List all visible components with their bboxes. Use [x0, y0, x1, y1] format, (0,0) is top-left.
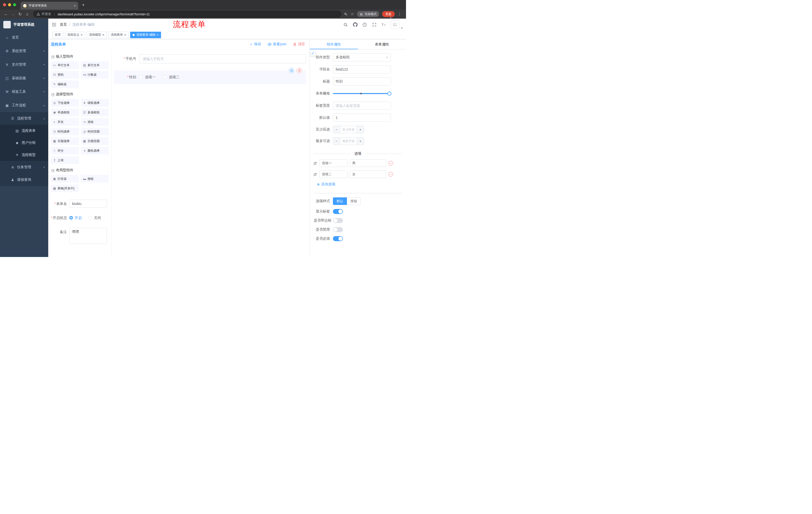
sidebar-item-task-management[interactable]: ⋔ 任务管理 ▾ — [0, 161, 48, 173]
sidebar-item-payment[interactable]: ¥ 支付管理 ▾ — [0, 58, 48, 72]
collapse-sidebar-icon[interactable] — [52, 23, 56, 26]
forward-icon[interactable]: → — [9, 10, 17, 18]
slider-handle[interactable] — [387, 91, 392, 96]
form-grid-slider[interactable] — [333, 89, 391, 98]
component-item[interactable]: ☑多选框组 — [81, 109, 109, 116]
component-item[interactable]: ⊡密码 — [51, 71, 79, 78]
form-remark-textarea[interactable]: 嘿嘿 — [69, 228, 107, 244]
stepper-placeholder[interactable]: 至少应选 — [340, 126, 357, 133]
key-icon[interactable] — [344, 12, 348, 16]
option-name-input[interactable] — [319, 170, 347, 178]
status-radio-on[interactable]: 开启 — [69, 214, 82, 222]
tab-component-props[interactable]: 组件属性 — [310, 39, 358, 49]
component-item[interactable]: ▦表格[开发中] — [51, 185, 79, 192]
minimize-window-button[interactable] — [8, 3, 11, 6]
bookmark-star-icon[interactable]: ☆ — [351, 12, 354, 16]
component-item[interactable]: ☆评分 — [51, 147, 79, 154]
component-item[interactable]: ◕颜色选择 — [81, 147, 109, 154]
component-item[interactable]: ▭单行文本 — [51, 61, 79, 69]
security-label[interactable]: 不安全 — [41, 12, 51, 16]
tag-process-form-edit[interactable]: 流程表单-编辑 × — [130, 32, 161, 38]
component-item[interactable]: ⋔级联选择 — [81, 99, 109, 107]
search-icon[interactable] — [343, 22, 348, 27]
style-default-button[interactable]: 默认 — [333, 197, 347, 205]
link-icon[interactable] — [310, 51, 315, 56]
canvas-field-phone[interactable]: *手机号 — [114, 54, 306, 63]
sidebar-item-leave-query[interactable]: ♟ 请假查询 — [0, 173, 48, 186]
close-window-button[interactable] — [3, 3, 6, 6]
plus-button[interactable]: + — [357, 126, 364, 133]
save-button[interactable]: ✓ 保存 — [250, 42, 261, 47]
tag-process-definition[interactable]: 流程定义 × — [65, 32, 85, 38]
url-bar[interactable]: 不安全 | dashboard.yudao.iocoder.cn/bpm/man… — [33, 10, 342, 18]
sidebar-logo[interactable]: 芋道管理系统 — [0, 19, 48, 31]
sidebar-item-system[interactable]: ⚙ 系统管理 ▾ — [0, 44, 48, 58]
avatar-caret-icon[interactable]: ▾ — [401, 27, 403, 29]
tag-home[interactable]: 首页 — [52, 32, 63, 38]
breadcrumb-home[interactable]: 首页 — [60, 22, 67, 27]
checkbox-option-2[interactable]: 选项二 — [163, 75, 179, 79]
default-value-input[interactable] — [333, 114, 391, 122]
remove-option-button[interactable]: − — [388, 172, 393, 177]
chevron-down-icon[interactable]: ▾ — [390, 16, 392, 19]
drag-handle-icon[interactable] — [313, 172, 317, 176]
close-icon[interactable]: × — [124, 33, 126, 36]
canvas-field-gender-selected[interactable]: *性别 选项一 选项二 — [114, 71, 306, 84]
avatar[interactable] — [391, 20, 399, 29]
browser-tab[interactable]: 芋道管理系统 × — [21, 2, 78, 9]
close-icon[interactable]: × — [81, 33, 83, 36]
close-icon[interactable]: × — [103, 33, 105, 36]
status-radio-off[interactable]: 关闭 — [89, 214, 101, 222]
delete-field-button[interactable] — [296, 67, 302, 73]
github-icon[interactable] — [352, 22, 358, 27]
sidebar-item-process-management[interactable]: ☰ 流程管理 ▴ — [0, 112, 48, 125]
title-input[interactable] — [333, 77, 391, 85]
new-tab-button[interactable]: + — [82, 2, 85, 7]
sidebar-item-process-model[interactable]: ✈ 流程模型 — [0, 149, 48, 161]
back-icon[interactable]: ← — [2, 10, 9, 18]
tag-process-model[interactable]: 流程模型 × — [87, 32, 107, 38]
show-label-toggle[interactable] — [333, 209, 343, 214]
browser-menu-icon[interactable]: ⋮ — [398, 12, 402, 16]
style-button-button[interactable]: 按钮 — [347, 197, 361, 205]
tag-process-form[interactable]: 流程表单 × — [108, 32, 128, 38]
zoom-window-button[interactable] — [13, 3, 16, 6]
close-icon[interactable]: × — [157, 33, 159, 36]
component-item[interactable]: ⊸滑块 — [81, 118, 109, 126]
option-value-input[interactable] — [350, 159, 386, 167]
component-item[interactable]: ▬按钮 — [81, 175, 109, 183]
minus-button[interactable]: − — [333, 126, 340, 133]
sidebar-item-home[interactable]: ⌂ 首页 — [0, 31, 48, 44]
field-name-input[interactable] — [333, 65, 391, 74]
view-json-button[interactable]: 查看json — [267, 42, 286, 47]
sidebar-item-devtools[interactable]: ⚒ 研发工具 ▾ — [0, 85, 48, 99]
sidebar-item-workflow[interactable]: ▣ 工作流程 ▴ — [0, 99, 48, 112]
component-item[interactable]: ◷时间选择 — [51, 128, 79, 135]
reload-icon[interactable]: ↻ — [17, 10, 24, 18]
font-size-icon[interactable]: TT — [381, 22, 387, 27]
component-item[interactable]: ↥上传 — [51, 156, 79, 164]
sidebar-item-process-form[interactable]: ▤ 流程表单 — [0, 125, 48, 137]
component-type-select[interactable]: 多选框组 ▼ — [333, 53, 391, 61]
border-toggle[interactable] — [333, 218, 343, 223]
stepper-placeholder[interactable]: 最多可选 — [340, 138, 357, 144]
copy-field-button[interactable] — [289, 67, 294, 73]
label-width-input[interactable] — [333, 102, 391, 110]
tab-form-props[interactable]: 表单属性 — [358, 39, 406, 49]
plus-button[interactable]: + — [357, 138, 364, 144]
phone-input[interactable] — [139, 54, 306, 63]
component-item[interactable]: ▣行容器 — [51, 175, 79, 183]
home-icon[interactable]: ⌂ — [24, 10, 31, 18]
add-option-button[interactable]: ⊕ 添加选项 — [317, 182, 402, 187]
component-item[interactable]: 123计数器 — [81, 71, 109, 78]
component-item[interactable]: ◎下拉选择 — [51, 99, 79, 107]
option-name-input[interactable] — [319, 159, 347, 167]
sidebar-item-infrastructure[interactable]: ◫ 基础设施 ▾ — [0, 72, 48, 85]
component-item[interactable]: ◶时间范围 — [81, 128, 109, 135]
minus-button[interactable]: − — [333, 138, 340, 144]
component-item[interactable]: ▦日期选择 — [51, 137, 79, 145]
component-item[interactable]: ✎编辑器 — [51, 80, 79, 88]
tab-close-icon[interactable]: × — [74, 4, 76, 8]
fullscreen-icon[interactable] — [372, 22, 377, 27]
clear-button[interactable]: 清空 — [293, 42, 305, 47]
